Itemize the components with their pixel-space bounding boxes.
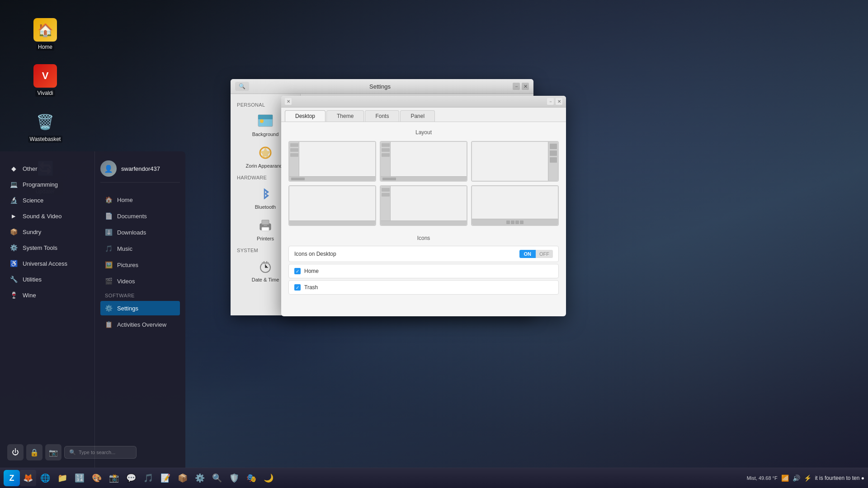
system-tools-label: System Tools (23, 244, 57, 251)
icons-section-title: Icons (288, 235, 559, 241)
nav-downloads[interactable]: ⬇️ Downloads (100, 225, 180, 239)
layout-item-6[interactable] (471, 185, 559, 226)
taskbar-app-security[interactable]: 🛡️ (226, 470, 242, 486)
appearance-minimize-button[interactable]: － (547, 98, 554, 105)
toggle-on-label[interactable]: ON (519, 250, 536, 258)
settings-nav-icon: ⚙️ (105, 305, 113, 312)
screenshot-button[interactable]: 📷 (45, 444, 61, 460)
layout-item-2[interactable] (380, 141, 467, 182)
taskbar-app-music[interactable]: 🎵 (140, 470, 156, 486)
lock-button[interactable]: 🔒 (26, 444, 42, 460)
taskbar-app-config[interactable]: ⚙️ (192, 470, 208, 486)
trash-checkbox-label: Trash (304, 284, 318, 291)
icons-desktop-row: Icons on Desktop ON OFF (288, 246, 559, 262)
nav-home[interactable]: 🏠 Home (100, 192, 180, 207)
toggle-off-label[interactable]: OFF (536, 250, 553, 258)
power-status-icon[interactable]: ⚡ (804, 474, 811, 482)
app-menu-item-system-tools[interactable]: ⚙️ System Tools (2, 240, 93, 255)
taskbar-app-photos[interactable]: 📸 (106, 470, 122, 486)
home-icon: 🏠 (33, 18, 57, 42)
home-checkbox-row[interactable]: ✓ Home (288, 264, 559, 278)
tab-fonts[interactable]: Fonts (365, 110, 399, 122)
taskbar-apps: 🦊 🌐 📁 🔢 🎨 📸 💬 🎵 📝 📦 ⚙️ 🔍 🛡️ 🎭 🌙 (20, 470, 747, 486)
desktop-icon-home[interactable]: 🏠 Home (27, 18, 63, 51)
home-checkbox[interactable]: ✓ (294, 268, 301, 274)
zorin-appearance-icon (257, 144, 274, 161)
svg-rect-1 (258, 115, 273, 119)
svg-rect-11 (264, 261, 264, 263)
app-menu-item-programming[interactable]: 💻 Programming (2, 177, 93, 192)
trash-checkbox-row[interactable]: ✓ Trash (288, 280, 559, 295)
svg-rect-12 (266, 261, 267, 263)
utilities-icon: 🔧 (9, 275, 18, 284)
taskbar-app-chat[interactable]: 💬 (123, 470, 139, 486)
taskbar-app-firefox[interactable]: 🦊 (20, 470, 36, 486)
tab-theme[interactable]: Theme (326, 110, 364, 122)
home-nav-label: Home (117, 197, 133, 203)
layout-item-3[interactable] (471, 141, 559, 182)
app-menu-item-other[interactable]: ◆ Other (2, 161, 93, 176)
desktop-icon-vivaldi[interactable]: V Vivaldi (27, 64, 63, 97)
taskbar-app-files[interactable]: 📁 (54, 470, 71, 486)
desktop-icon-wastebasket[interactable]: 🗑️ Wastebasket (27, 110, 63, 143)
network-icon[interactable]: 📶 (781, 474, 789, 482)
taskbar-app-search[interactable]: 🔍 (209, 470, 225, 486)
search-bar-icon: 🔍 (69, 449, 76, 455)
app-menu-item-wine[interactable]: 🍷 Wine (2, 287, 93, 303)
taskbar-app-media[interactable]: 🎭 (243, 470, 259, 486)
sound-video-label: Sound & Video (23, 213, 62, 220)
taskbar-app-archive[interactable]: 📦 (175, 470, 191, 486)
science-label: Science (23, 197, 43, 204)
settings-nav-label: Settings (117, 305, 138, 312)
layout-item-5[interactable] (380, 185, 467, 226)
universal-access-icon: ♿ (9, 259, 18, 268)
taskbar-app-art[interactable]: 🎨 (89, 470, 105, 486)
nav-documents[interactable]: 📄 Documents (100, 209, 180, 223)
tab-panel[interactable]: Panel (400, 110, 435, 122)
nav-activities-overview[interactable]: 📋 Activities Overview (100, 317, 180, 332)
app-menu-item-universal-access[interactable]: ♿ Universal Access (2, 256, 93, 271)
svg-rect-10 (262, 262, 269, 264)
nav-music[interactable]: 🎵 Music (100, 241, 180, 256)
taskbar-app-notes[interactable]: 📝 (157, 470, 174, 486)
taskbar-app-moon[interactable]: 🌙 (260, 470, 277, 486)
nav-videos[interactable]: 🎬 Videos (100, 274, 180, 288)
settings-close-button[interactable]: ✕ (522, 83, 529, 90)
settings-minimize-button[interactable]: － (513, 83, 520, 90)
sound-video-icon: ▶ (9, 211, 18, 221)
appearance-titlebar: ✕ － ✕ (281, 96, 566, 108)
datetime-icon (257, 258, 274, 275)
taskbar: Z 🦊 🌐 📁 🔢 🎨 📸 💬 🎵 📝 📦 ⚙️ 🔍 🛡️ 🎭 🌙 Mist, … (0, 468, 868, 488)
app-menu-item-sound-video[interactable]: ▶ Sound & Video (2, 208, 93, 224)
zorin-menu-button[interactable]: Z (4, 470, 20, 486)
appearance-close-button[interactable]: ✕ (556, 98, 562, 105)
home-nav-icon: 🏠 (105, 196, 113, 203)
system-tools-icon: ⚙️ (9, 243, 18, 252)
settings-search[interactable]: 🔍 (235, 82, 249, 91)
trash-checkbox[interactable]: ✓ (294, 284, 301, 291)
volume-icon[interactable]: 🔊 (793, 474, 800, 482)
vivaldi-icon: V (33, 64, 57, 88)
app-search-bar[interactable]: 🔍 Type to search... (64, 446, 95, 459)
app-menu-item-utilities[interactable]: 🔧 Utilities (2, 272, 93, 287)
datetime-nav-label: Date & Time (252, 277, 279, 282)
svg-rect-8 (264, 225, 267, 226)
appearance-close-icon[interactable]: ✕ (285, 98, 292, 105)
taskbar-clock: it is fourteen to ten ● (815, 475, 864, 481)
app-menu-user: 👤 swarfendor437 (100, 160, 180, 183)
tab-desktop[interactable]: Desktop (285, 110, 326, 122)
videos-nav-label: Videos (117, 278, 135, 285)
software-section-label: Software (100, 289, 180, 300)
documents-nav-icon: 📄 (105, 212, 113, 220)
power-button[interactable]: ⏻ (7, 444, 24, 460)
svg-rect-6 (262, 220, 269, 225)
layout-item-1[interactable] (288, 141, 376, 182)
app-menu-item-science[interactable]: 🔬 Science (2, 192, 93, 208)
nav-settings[interactable]: ⚙️ Settings (100, 301, 180, 315)
app-menu-item-sundry[interactable]: 📦 Sundry (2, 224, 93, 239)
icons-desktop-toggle[interactable]: ON OFF (519, 250, 553, 258)
taskbar-app-calc[interactable]: 🔢 (71, 470, 88, 486)
layout-item-4[interactable] (288, 185, 376, 226)
nav-pictures[interactable]: 🖼️ Pictures (100, 258, 180, 272)
taskbar-app-browser2[interactable]: 🌐 (37, 470, 53, 486)
